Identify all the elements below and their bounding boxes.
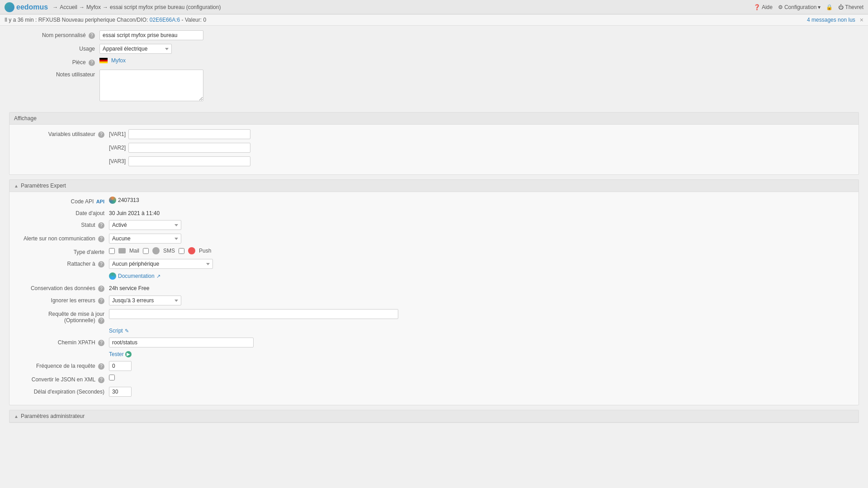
gear-icon: ⚙ [778,4,783,10]
nom-personnalise-input[interactable] [99,30,203,40]
statut-select[interactable]: Activé Désactivé [109,220,181,230]
var2-label: [VAR2] [109,145,126,151]
var2-input[interactable] [128,143,250,153]
convertir-checkbox[interactable] [109,375,115,380]
xpath-help-icon[interactable]: ? [98,340,104,346]
params-expert-panel: ▲ Paramètres Expert Code API API 2407313… [9,179,859,405]
doc-circle-icon [109,272,116,280]
lock-button[interactable]: 🔒 [826,4,833,10]
requete-help-icon[interactable]: ? [98,318,104,324]
requete-input[interactable] [109,309,398,319]
breadcrumb-myfox[interactable]: Myfox [86,4,101,10]
tester-play-icon: ▶ [125,351,132,357]
tester-button[interactable]: Tester ▶ [109,351,132,357]
top-navigation: eedomus → Accueil → Myfox → essai script… [0,0,868,14]
chemin-xpath-input[interactable] [109,338,254,347]
notes-label: Notes utilisateur [9,70,99,78]
user-button[interactable]: ⏻ Thevret [838,4,863,10]
script-container: Script ✎ [109,328,129,334]
rattacher-select[interactable]: Aucun périphérique [109,259,213,269]
var3-label: [VAR3] [109,158,126,164]
params-expert-header[interactable]: ▲ Paramètres Expert [9,180,859,192]
push-checkbox[interactable] [179,248,184,254]
messages-badge[interactable]: 4 messages non lus [807,17,855,23]
alerte-comm-label: Alerte sur non communication ? [19,234,109,242]
code-api-row: Code API API 2407313 [19,197,849,205]
statut-help-icon[interactable]: ? [98,222,104,229]
documentation-link[interactable]: Documentation [118,273,155,279]
params-admin-header[interactable]: ▲ Paramètres administrateur [9,410,859,422]
date-ajout-label: Date d'ajout [19,208,109,216]
date-ajout-value: 30 Juin 2021 à 11:40 [109,208,160,216]
affichage-title: Affichage [14,115,37,122]
var3-row: [VAR3] [19,156,849,166]
nom-help-icon[interactable]: ? [89,33,95,39]
main-content: Nom personnalisé ? Usage Appareil électr… [0,26,868,432]
var1-input[interactable] [128,129,250,139]
api-badge: API [96,199,104,204]
nom-personnalise-row: Nom personnalisé ? [9,30,859,40]
mail-checkbox[interactable] [109,248,115,254]
rattacher-help-icon[interactable]: ? [98,261,104,267]
logo-icon [5,2,14,12]
frequence-input[interactable] [109,361,132,371]
code-api-label: Code API API [19,197,109,205]
frequence-help-icon[interactable]: ? [98,363,104,370]
script-row: Script ✎ [19,328,849,334]
rattacher-row: Rattacher à ? Aucun périphérique [19,259,849,269]
breadcrumb-accueil[interactable]: Accueil [60,4,77,10]
nom-personnalise-label: Nom personnalisé ? [9,30,99,39]
notes-textarea[interactable] [99,70,203,101]
var2-spacer [19,143,109,145]
breadcrumb-current[interactable]: essai script myfox prise bureau (configu… [110,4,221,10]
sms-checkbox[interactable] [143,248,149,254]
requete-label: Requête de mise à jour (Optionnelle) ? [19,309,109,324]
conservation-help-icon[interactable]: ? [98,286,104,292]
notif-link[interactable]: 02E6E66A:6 [150,17,180,23]
params-expert-title: Paramètres Expert [21,183,66,189]
breadcrumb-sep-2: → [103,4,108,10]
configuration-button[interactable]: ⚙ Configuration ▾ [778,4,821,10]
close-notif-button[interactable]: × [860,16,863,23]
alerte-comm-help-icon[interactable]: ? [98,236,104,242]
code-api-value-container: 2407313 [109,197,139,204]
chemin-xpath-row: Chemin XPATH ? [19,338,849,347]
variables-help-icon[interactable]: ? [98,131,104,138]
api-circle-icon [109,197,116,204]
var3-input[interactable] [128,156,250,166]
script-link[interactable]: Script [109,328,123,334]
power-icon: ⏻ [838,4,844,10]
piece-value: Myfox [99,57,126,64]
usage-select[interactable]: Appareil électrique Capteur Autre [99,44,172,54]
nav-right-controls: ❓ Aide ⚙ Configuration ▾ 🔒 ⏻ Thevret [754,4,863,10]
documentation-spacer [19,272,109,274]
mail-label: Mail [129,248,139,254]
ignorer-help-icon[interactable]: ? [98,298,104,304]
piece-label: Pièce ? [9,57,99,66]
push-label: Push [199,248,211,254]
alerte-comm-select[interactable]: Aucune 1h 2h [109,234,181,244]
piece-link[interactable]: Myfox [111,57,126,64]
date-ajout-row: Date d'ajout 30 Juin 2021 à 11:40 [19,208,849,216]
chemin-xpath-label: Chemin XPATH ? [19,338,109,346]
aide-icon: ❓ [754,4,760,10]
piece-help-icon[interactable]: ? [89,60,95,66]
affichage-header[interactable]: Affichage [9,113,859,125]
ignorer-erreurs-select[interactable]: Jusqu'à 3 erreurs Jamais Toujours [109,296,181,305]
sms-icon [152,247,160,254]
delai-row: Délai d'expiration (Secondes) [19,387,849,397]
piece-row: Pièce ? Myfox [9,57,859,66]
statut-label: Statut ? [19,220,109,229]
ignorer-erreurs-row: Ignorer les erreurs ? Jusqu'à 3 erreurs … [19,296,849,305]
script-spacer [19,328,109,329]
aide-button[interactable]: ❓ Aide [754,4,773,10]
config-chevron-icon: ▾ [818,4,821,10]
convertir-help-icon[interactable]: ? [98,377,104,383]
requete-row: Requête de mise à jour (Optionnelle) ? [19,309,849,324]
conservation-row: Conservation des données ? 24h service F… [19,283,849,292]
delai-input[interactable] [109,387,132,397]
affichage-panel: Affichage Variables utilisateur ? [VAR1]… [9,112,859,175]
aide-label: Aide [762,4,773,10]
notif-value: - Valeur: 0 [182,17,206,23]
notif-time: Il y a 36 min : [5,17,37,23]
